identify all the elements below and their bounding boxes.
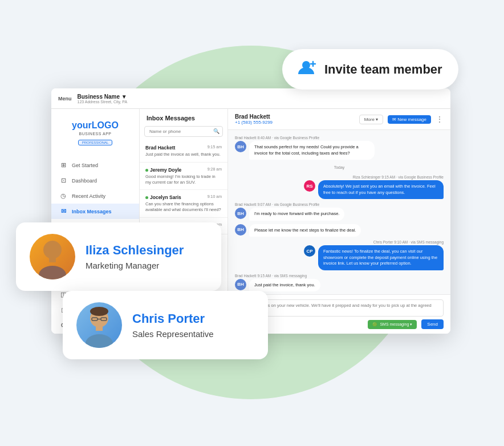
message-row: BH Just paid the invoice, thank you. [235, 279, 444, 292]
message-preview: Good morning! I'm looking to trade in my… [145, 174, 222, 185]
profile-info-iliza: Iliza Schlesinger Marketing Manager [86, 243, 184, 270]
profile-title-chris: Sales Representative [132, 329, 214, 339]
send-button[interactable]: Send [421, 319, 444, 329]
avatar: BH [235, 279, 246, 290]
sidebar-item-recent-activity[interactable]: ◷ Recent Activity [51, 188, 139, 204]
inbox-header: Inbox Messages [140, 109, 227, 125]
logo-your: your [72, 120, 92, 130]
profile-card-chris: Chris Porter Sales Representative [63, 291, 268, 359]
avatar: RS [304, 180, 315, 192]
business-address: 123 Address Street, City, PA [78, 100, 128, 104]
invite-badge[interactable]: Invite team member [282, 49, 458, 90]
sidebar-item-get-started[interactable]: ⊞ Get Started [51, 157, 139, 173]
business-info: Business Name ▼ 123 Address Street, City… [78, 94, 128, 104]
new-message-button[interactable]: ✉ New message [388, 115, 431, 124]
svg-point-3 [43, 241, 62, 259]
dashboard-icon: ⊡ [59, 177, 67, 184]
search-icon: 🔍 [213, 128, 220, 134]
contact-name: Brad Hackett [145, 145, 175, 151]
inbox-icon: ✉ [59, 208, 67, 215]
message-row: Absolutely! We just sent you an email wi… [235, 180, 444, 199]
inbox-item-brad-hackett[interactable]: Brad Hackett 9:15 am Just paid the invoi… [140, 140, 227, 163]
profile-avatar-iliza [30, 234, 75, 279]
msg-source-label: Chris Porter 9:10 AM · via SMS messaging [235, 240, 444, 244]
message-time: 9:28 am [208, 167, 222, 173]
message-preview: Just paid the invoice as well, thank you… [145, 152, 222, 157]
msg-source-label: Brad Hackett 8:40 AM · via Google Busine… [235, 136, 444, 140]
message-time: 9:10 am [208, 194, 222, 200]
more-button[interactable]: More ▾ [359, 115, 383, 124]
grid-icon: ⊞ [59, 161, 67, 169]
avatar: BH [235, 208, 246, 219]
avatar: CP [304, 245, 315, 257]
profile-name-chris: Chris Porter [132, 311, 214, 326]
profile-name-iliza: Iliza Schlesinger [86, 243, 184, 258]
svg-rect-8 [96, 325, 103, 331]
message-row: Fantastic news! To finalize the deal, yo… [235, 245, 444, 270]
sms-icon: 🟢 [372, 322, 377, 327]
logo-bold: LOGO [92, 120, 119, 130]
logo-badge: PROFESSIONAL [78, 140, 113, 145]
message-bubble: Absolutely! We just sent you an email wi… [318, 180, 444, 199]
search-input[interactable] [144, 126, 223, 137]
message-time: 9:15 am [208, 145, 222, 151]
svg-point-7 [86, 334, 113, 348]
date-label: Today [235, 165, 444, 169]
clock-icon: ◷ [59, 192, 67, 200]
message-row: BH That sounds perfect for my needs! Cou… [235, 141, 444, 160]
inbox-search: 🔍 [144, 125, 223, 137]
add-person-icon [298, 59, 316, 79]
chat-header: Brad Hackett +1 (583) 555-9299 More ▾ ✉ … [228, 109, 450, 130]
message-bubble: I'm ready to move forward with the purch… [249, 208, 344, 221]
profile-info-chris: Chris Porter Sales Representative [132, 311, 214, 338]
invite-text: Invite team member [324, 62, 442, 77]
msg-source-label: Riza Schlesinger 9:15 AM · via Google Bu… [235, 175, 444, 179]
contact-name: Jocelyn Saris [145, 194, 181, 200]
chat-contact-phone: +1 (583) 555-9299 [235, 120, 273, 125]
inbox-item-jeremy-doyle[interactable]: Jeremy Doyle 9:28 am Good morning! I'm l… [140, 163, 227, 190]
profile-card-iliza: Iliza Schlesinger Marketing Manager [16, 222, 221, 291]
chat-header-actions: More ▾ ✉ New message ⋮ [359, 115, 444, 124]
business-name: Business Name ▼ [78, 94, 128, 100]
message-bubble: Fantastic news! To finalize the deal, yo… [318, 245, 444, 270]
sidebar-item-inbox-messages[interactable]: ✉ Inbox Messages [51, 204, 139, 219]
msg-source-label: Brad Hackett 9:07 AM · via Google Busine… [235, 202, 444, 206]
sidebar-label: Get Started [72, 163, 98, 168]
message-bubble: Please let me know the next steps to fin… [249, 224, 361, 237]
sidebar-label: Inbox Messages [72, 209, 112, 214]
avatar: BH [235, 224, 246, 236]
menu-label: Menu [58, 96, 72, 102]
profile-avatar-chris [76, 302, 122, 348]
ellipsis-icon[interactable]: ⋮ [436, 115, 444, 124]
msg-source-label: Brad Hackett 9:15 AM · via SMS messaging [235, 274, 444, 278]
inbox-item-jocelyn-saris[interactable]: Jocelyn Saris 9:10 am Can you share the … [140, 190, 227, 218]
message-preview: Can you share the financing options avai… [145, 201, 222, 213]
svg-rect-5 [49, 257, 56, 262]
contact-name: Jeremy Doyle [145, 167, 181, 173]
sidebar-label: Dashboard [72, 178, 97, 184]
message-row: BH Please let me know the next steps to … [235, 224, 444, 237]
sms-label: SMS messaging ▾ [380, 322, 412, 327]
profile-title-iliza: Marketing Manager [86, 261, 184, 270]
app-topbar: Menu Business Name ▼ 123 Address Street,… [51, 88, 450, 109]
avatar: BH [235, 141, 246, 152]
chat-messages: Brad Hackett 8:40 AM · via Google Busine… [228, 130, 450, 294]
svg-point-9 [90, 307, 108, 316]
sms-messaging-button[interactable]: 🟢 SMS messaging ▾ [368, 320, 417, 329]
svg-point-4 [39, 266, 66, 279]
sidebar-label: Recent Activity [72, 193, 105, 199]
message-bubble: Just paid the invoice, thank you. [249, 279, 320, 292]
message-row: BH I'm ready to move forward with the pu… [235, 208, 444, 221]
logo: yourLOGO [60, 120, 130, 131]
message-bubble: That sounds perfect for my needs! Could … [249, 141, 375, 160]
logo-subtitle: BUSINESS APP [60, 132, 130, 136]
logo-area: yourLOGO BUSINESS APP PROFESSIONAL [51, 113, 139, 155]
chat-contact-name: Brad Hackett [235, 113, 273, 120]
sidebar-item-dashboard[interactable]: ⊡ Dashboard [51, 173, 139, 188]
